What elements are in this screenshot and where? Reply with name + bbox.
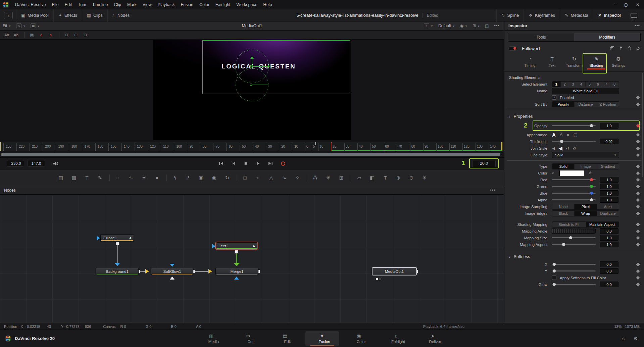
keyframe-diamond-icon[interactable] — [636, 211, 640, 215]
softness-section-header[interactable]: ∨Softness — [508, 254, 644, 260]
tab-timing[interactable]: ◔Timing — [519, 54, 540, 71]
viewer-buffer-dropdown[interactable]: ▦ ∨ — [28, 23, 42, 28]
text-plus-tool-icon[interactable]: T — [83, 174, 91, 182]
go-to-first-frame-button[interactable] — [218, 161, 225, 166]
element-6-button[interactable]: 6 — [594, 82, 602, 87]
glow-value-field[interactable]: 0.0 — [600, 282, 618, 287]
current-frame-field[interactable]: 20.0 — [472, 160, 496, 167]
menu-edit[interactable]: Edit — [62, 0, 75, 9]
keyframe-diamond-icon[interactable] — [636, 178, 640, 182]
menu-view[interactable]: View — [140, 0, 155, 9]
range-start-field[interactable]: -230.0 — [7, 160, 24, 167]
keyframe-diamond-icon[interactable] — [636, 205, 640, 208]
frame-style-2-icon[interactable]: ⊡ — [72, 32, 80, 38]
loader-tool-icon[interactable]: ↰ — [170, 174, 179, 182]
stop-button[interactable] — [243, 161, 249, 166]
modifier-enable-toggle[interactable] — [508, 46, 517, 51]
saver-tool-icon[interactable]: ↱ — [184, 174, 192, 182]
lock-icon[interactable] — [627, 46, 632, 51]
metadata-button[interactable]: ✎Metadata — [560, 9, 593, 21]
page-tab-media[interactable]: ▥Media — [195, 331, 228, 346]
window-close-button[interactable]: ✕ — [636, 0, 639, 9]
mapping-aspect-value-field[interactable]: 1.0 — [600, 242, 618, 247]
colorcorrector-tool-icon[interactable]: ◌ — [113, 174, 122, 182]
viewer-split-button[interactable]: ◫ — [482, 23, 491, 28]
panel-toggle-icon[interactable]: ∨ — [4, 12, 13, 19]
menu-clip[interactable]: Clip — [111, 0, 125, 9]
viewer-color-controls-dropdown[interactable]: ◉ ∨ — [457, 23, 470, 28]
z-position-option[interactable]: Z Position — [597, 102, 619, 107]
solid-option[interactable]: Solid — [552, 164, 575, 169]
width-handle-anchor[interactable] — [250, 84, 252, 86]
merge3d-tool-icon[interactable]: ⊕ — [394, 174, 403, 182]
transform-tool-icon[interactable]: ↻ — [223, 174, 232, 182]
timeline-scrollbar-thumb[interactable] — [1, 153, 500, 156]
inspector-button[interactable]: ✕Inspector — [593, 9, 626, 21]
menu-color[interactable]: Color — [196, 0, 212, 9]
line-style-dropdown[interactable]: Solid∨ — [552, 152, 619, 158]
opacity-value-field[interactable]: 1.0 — [600, 123, 618, 129]
slider-knob[interactable] — [590, 185, 593, 188]
element-7-button[interactable]: 7 — [602, 82, 611, 87]
slider-knob[interactable] — [590, 178, 593, 181]
background-tool-icon[interactable]: ▨ — [56, 174, 65, 182]
psystem-tool-icon[interactable]: ✳ — [324, 174, 333, 182]
x-value-field[interactable]: 0.0 — [600, 261, 618, 267]
keyframe-diamond-icon[interactable] — [636, 153, 640, 157]
keyframe-diamond-icon[interactable] — [636, 236, 640, 240]
keyframe-diamond-icon[interactable] — [636, 133, 640, 137]
polygon-mask-icon[interactable]: △ — [267, 174, 276, 182]
node-background1[interactable]: Background1 — [96, 268, 139, 275]
keyframe-diamond-icon[interactable] — [636, 124, 640, 128]
bspline-mask-icon[interactable]: ∿ — [280, 174, 289, 182]
x-slider[interactable] — [552, 264, 596, 265]
element-4-button[interactable]: 4 — [577, 82, 586, 87]
viewer-lut-dropdown[interactable]: Default ∨ — [436, 23, 457, 28]
opacity-slider[interactable] — [552, 125, 596, 126]
maintain-aspect-option[interactable]: Maintain Aspect — [586, 222, 619, 227]
join-style-1-icon[interactable]: ◀ — [558, 145, 562, 151]
priority-option[interactable]: Priority — [552, 102, 575, 107]
mapping-aspect-slider[interactable] — [552, 244, 596, 245]
step-back-button[interactable] — [230, 161, 237, 166]
slider-knob[interactable] — [562, 243, 565, 246]
menu-workspace[interactable]: Workspace — [233, 0, 260, 9]
menu-timeline[interactable]: Timeline — [89, 0, 111, 9]
y-slider[interactable] — [552, 270, 596, 271]
slider-knob[interactable] — [553, 269, 556, 272]
keyframe-diamond-icon[interactable] — [636, 222, 640, 226]
pemitter-tool-icon[interactable]: ⁂ — [311, 174, 319, 182]
shape3d-tool-icon[interactable]: ◧ — [368, 174, 377, 182]
text3d-tool-icon[interactable]: T — [381, 174, 390, 182]
thickness-value-field[interactable]: 0.02 — [600, 139, 618, 144]
gradient-option[interactable]: Gradient — [597, 164, 619, 169]
slider-knob[interactable] — [590, 198, 593, 201]
keyframe-diamond-icon[interactable] — [636, 276, 640, 280]
viewer-channel-dropdown[interactable]: A ∨ — [13, 23, 28, 28]
keyframes-button[interactable]: ❖Keyframes — [524, 9, 559, 21]
huecurves-tool-icon[interactable]: ● — [153, 174, 161, 182]
join-style-3-icon[interactable]: ⊴ — [573, 146, 576, 151]
element-1-button[interactable]: 1 — [552, 82, 561, 87]
media-pool-button[interactable]: ▣Media Pool — [16, 9, 53, 21]
copy-settings-icon[interactable] — [610, 46, 614, 51]
enabled-checkbox[interactable]: ✓ — [552, 95, 556, 100]
ellipse-mask-icon[interactable]: ○ — [254, 174, 262, 182]
glow-slider[interactable] — [552, 284, 596, 285]
tab-transform[interactable]: ↻Transform — [564, 54, 585, 71]
keyframe-diamond-icon[interactable] — [636, 262, 640, 266]
nodes-button[interactable]: ∴Nodes — [107, 9, 134, 21]
page-tab-color[interactable]: ◉Color — [342, 331, 376, 346]
menu-file[interactable]: File — [49, 0, 61, 9]
menu-davinci-resolve[interactable]: DaVinci Resolve — [12, 0, 49, 9]
viewer-canvas[interactable]: LOGICAL QUESTEN — [0, 40, 504, 142]
image-option[interactable]: Image — [575, 164, 597, 169]
outline-swatch-icon[interactable]: ▢ — [573, 132, 577, 137]
paint-tool-icon[interactable]: ✎ — [96, 174, 104, 182]
underline-b-icon[interactable]: Ab — [12, 32, 20, 38]
menu-fairlight[interactable]: Fairlight — [212, 0, 233, 9]
rectangle-mask-icon[interactable]: □ — [241, 174, 249, 182]
keyframe-diamond-icon[interactable] — [636, 229, 640, 233]
menu-trim[interactable]: Trim — [75, 0, 89, 9]
eyedropper-icon[interactable]: ✎ — [588, 171, 592, 176]
